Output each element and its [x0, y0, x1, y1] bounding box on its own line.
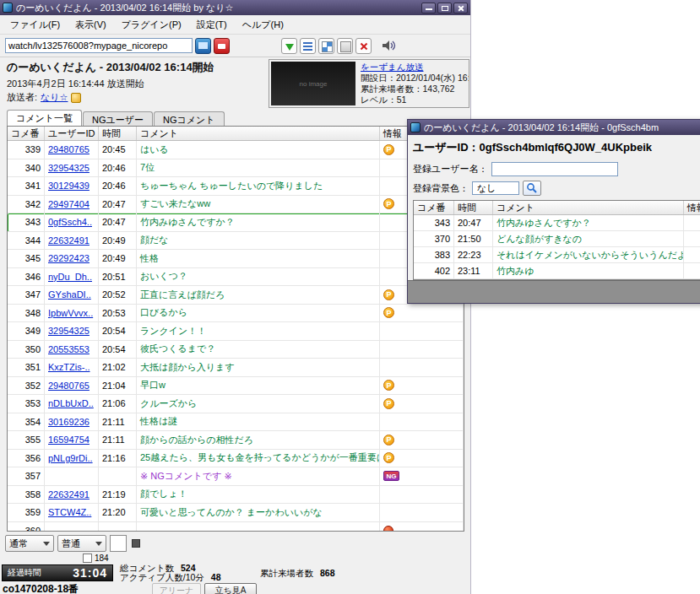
download-icon[interactable] — [281, 38, 297, 54]
header-time[interactable]: 時間 — [99, 127, 137, 140]
header-time[interactable]: 時間 — [454, 201, 493, 214]
menu-help[interactable]: ヘルプ(H) — [236, 16, 290, 34]
standing-a-button[interactable]: 立ち見A — [204, 583, 257, 594]
comment-size-select[interactable]: 通常 — [5, 535, 54, 552]
user-id-cell: 22632491 — [45, 232, 99, 251]
speaker-icon[interactable] — [381, 38, 397, 54]
color-swatch-button[interactable] — [110, 535, 127, 552]
user-id-link[interactable]: 22632491 — [48, 489, 90, 500]
main-comment-rows: 3392948076520:45はいるP3403295432520:467位34… — [8, 141, 464, 532]
main-titlebar[interactable]: のーめいくだよん - 2013/04/02 16:14開始 by なり☆ — [0, 0, 470, 15]
comment-row[interactable]: 3430gfSsch4..20:47竹内みゆさんですか？ — [8, 213, 464, 232]
comment-row[interactable]: 3493295432520:54ランクイン！！ — [8, 322, 464, 341]
user-id-link[interactable]: GYshaDI.. — [48, 289, 91, 300]
comment-number: 355 — [8, 431, 45, 450]
caster-name-link[interactable]: なり☆ — [41, 91, 68, 104]
magnifier-button[interactable] — [523, 181, 541, 196]
user-id-link[interactable]: 32954325 — [48, 163, 90, 173]
registered-name-input[interactable] — [491, 162, 618, 176]
comment-info: P — [380, 395, 464, 413]
comment-row[interactable]: 3392948076520:45はいるP — [8, 141, 464, 159]
arena-button[interactable]: アリーナ — [152, 583, 201, 594]
maximize-button[interactable] — [437, 3, 452, 14]
user-comment-row[interactable]: 40223:11竹内みゆ — [414, 263, 700, 279]
comment-row[interactable]: 357※ NGコメントです ※NG — [8, 467, 464, 486]
user-id-link[interactable]: 29497404 — [48, 199, 90, 209]
close-button[interactable] — [453, 3, 468, 14]
comment-row[interactable]: 360 — [8, 522, 464, 532]
user-id-link[interactable]: 0gfSsch4.. — [48, 217, 92, 227]
header-comment[interactable]: コメント — [137, 127, 380, 140]
comment-row[interactable]: 3543016923621:11性格は謎 — [8, 413, 464, 432]
header-comment[interactable]: コメント — [493, 201, 684, 214]
tab-ng-user[interactable]: NGユーザー — [83, 111, 153, 126]
user-id-link[interactable]: 29292423 — [48, 253, 90, 263]
comment-row[interactable]: 3442263249120:49顔だな — [8, 232, 464, 251]
comment-row[interactable]: 3422949740420:47すごい来たなwwP — [8, 196, 464, 214]
user-window-titlebar[interactable]: のーめいくだよん - 2013/04/02 16:14開始 - 0gfSsch4… — [408, 120, 700, 135]
minimize-button[interactable] — [421, 3, 436, 14]
comment-text: ※ NGコメントです ※ — [137, 467, 380, 486]
capture-icon[interactable] — [337, 38, 353, 54]
community-link[interactable]: をーずまん放送 — [361, 62, 423, 72]
user-comment-row[interactable]: 37021:50どんな顔がすきなの — [414, 231, 700, 247]
playlist-icon[interactable] — [300, 38, 316, 54]
comment-number: 343 — [414, 215, 454, 231]
user-id-link[interactable]: pNLg9rDi.. — [48, 453, 93, 463]
comment-row[interactable]: 3403295432520:467位 — [8, 159, 464, 178]
url-input[interactable] — [5, 38, 193, 53]
window-grid-icon[interactable] — [318, 38, 334, 54]
nico-alert-icon[interactable] — [214, 38, 230, 54]
user-id-cell: pNLg9rDi.. — [45, 450, 99, 468]
comment-row[interactable]: 351KxzTZis-..21:02大抵は顔から入ります — [8, 359, 464, 377]
user-id-link[interactable]: 30129439 — [48, 181, 90, 191]
user-id-link[interactable]: 32954325 — [48, 326, 90, 336]
menu-file[interactable]: ファイル(F) — [3, 16, 67, 34]
menu-settings[interactable]: 設定(T) — [190, 16, 234, 34]
comment-row[interactable]: 348IpbwVvvx..20:53口びるからP — [8, 305, 464, 323]
tab-comment-list[interactable]: コメント一覧 — [7, 110, 82, 126]
broadcast-start-time: 2013年4月2日 16:14:44 放送開始 — [7, 78, 144, 90]
comment-row[interactable]: 3551659475421:11顔からの話からの相性だろP — [8, 431, 464, 450]
user-window-empty-area — [408, 280, 700, 303]
user-id-link[interactable]: nyDu_Dh.. — [48, 272, 92, 282]
tab-ng-comment[interactable]: NGコメント — [154, 111, 225, 126]
menu-view[interactable]: 表示(V) — [68, 16, 113, 34]
comment-row[interactable]: 353nDLbUxD..21:06クルーズからP — [8, 395, 464, 413]
user-id-link[interactable]: 30169236 — [48, 417, 90, 427]
user-comment-row[interactable]: 34320:47竹内みゆさんですか？ — [414, 215, 700, 231]
anonymous-184-checkbox[interactable] — [83, 554, 92, 563]
comment-row[interactable]: 346nyDu_Dh..20:51おいくつ？ — [8, 268, 464, 287]
user-id-cell — [45, 467, 99, 486]
visitors-label: 累計来場者数 — [260, 568, 313, 578]
comment-row[interactable]: 359STCW4Z..21:20可愛いと思ってんのか？ まーかわいいがな — [8, 504, 464, 522]
user-id-link[interactable]: 16594754 — [48, 435, 90, 445]
user-id-link[interactable]: 22632491 — [48, 235, 90, 246]
header-comment-number[interactable]: コメ番 — [8, 127, 45, 140]
comment-row[interactable]: 3452929242320:49性格 — [8, 250, 464, 268]
mini-swatch-button[interactable] — [132, 539, 140, 548]
user-id-link[interactable]: 29480765 — [48, 144, 90, 154]
close-x-icon[interactable] — [355, 38, 372, 54]
comment-row[interactable]: 3413012943920:46ちゅーちゃん ちゅーしたいので降りました — [8, 177, 464, 196]
comment-row[interactable]: 3522948076521:04早口wP — [8, 377, 464, 396]
comment-color-select[interactable]: 普通 — [57, 535, 106, 552]
comment-row[interactable]: 356pNLg9rDi..21:1625越えたら、男も女も金を持ってるかどうかが… — [8, 450, 464, 468]
header-user-id[interactable]: ユーザーID — [45, 127, 99, 140]
user-id-link[interactable]: STCW4Z.. — [48, 507, 91, 517]
comment-row[interactable]: 347GYshaDI..20:52正直に言えば顔だろP — [8, 286, 464, 305]
user-id-link[interactable]: KxzTZis-.. — [48, 362, 90, 372]
menu-plugin[interactable]: プラグイン(P) — [115, 16, 188, 34]
tv-icon[interactable] — [195, 38, 211, 54]
user-id-link[interactable]: IpbwVvvx.. — [48, 308, 93, 318]
user-comment-row[interactable]: 38322:23それはイケメンがいないからそういうんだよ — [414, 247, 700, 263]
comment-row[interactable]: 3502055355320:54彼氏つくるまで？ — [8, 341, 464, 359]
header-comment-number[interactable]: コメ番 — [414, 201, 454, 214]
comment-row[interactable]: 3582263249121:19顔でしょ！ — [8, 486, 464, 505]
comment-time: 20:47 — [99, 196, 137, 214]
user-id-link[interactable]: 29480765 — [48, 381, 90, 391]
header-info[interactable]: 情報 — [684, 201, 700, 214]
user-id-link[interactable]: 20553553 — [48, 344, 90, 354]
user-id-link[interactable]: nDLbUxD.. — [48, 398, 94, 408]
background-color-field[interactable]: なし — [472, 181, 519, 195]
